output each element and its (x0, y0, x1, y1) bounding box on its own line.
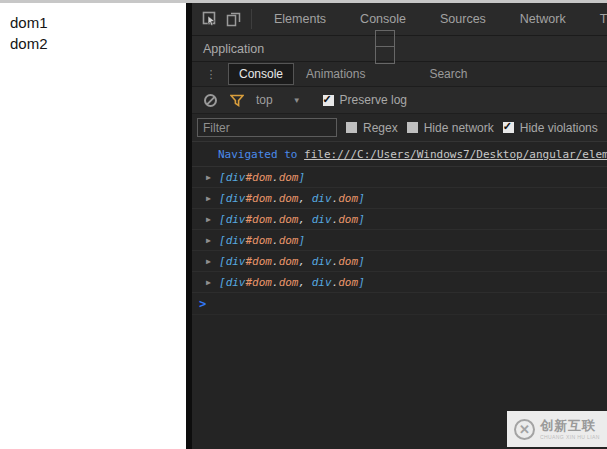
prompt-chevron-icon: > (199, 297, 206, 311)
browser-page: dom1 dom2 (0, 3, 186, 449)
toolbar-separator (251, 9, 252, 29)
screen: dom1 dom2 Elements Console Sources Netwo… (0, 0, 607, 449)
page-text-dom2: dom2 (10, 33, 186, 54)
navigated-to-text: Navigated to (218, 148, 297, 161)
page-text-dom1: dom1 (10, 12, 186, 33)
console-filter-bar: Regex Hide network Hide violations (192, 114, 607, 142)
hide-violations-label[interactable]: Hide violations (520, 121, 598, 135)
tab-application[interactable]: Application (203, 42, 264, 56)
tab-console[interactable]: Console (343, 12, 423, 26)
console-entry-text: [div#dom.dom, div.dom] (219, 255, 365, 268)
console-entry-text: [div#dom.dom, div.dom] (219, 192, 365, 205)
watermark: ✕ 创新互联 CHUANG XIN HU LIAN (507, 411, 607, 447)
console-entry[interactable]: ▶[div#dom.dom, div.dom] (192, 272, 607, 293)
expand-triangle-icon[interactable]: ▶ (206, 278, 219, 287)
console-entry[interactable]: ▶[div#dom.dom, div.dom] (192, 209, 607, 230)
console-toolbar: top ▼ Preserve log (192, 87, 607, 114)
device-toolbar-icon[interactable] (222, 7, 246, 31)
console-prompt-row[interactable]: > (192, 293, 607, 315)
expand-triangle-icon[interactable]: ▶ (206, 257, 219, 266)
console-entry-text: [div#dom.dom, div.dom] (219, 276, 365, 289)
console-entry-text: [div#dom.dom] (219, 234, 305, 247)
hide-network-label[interactable]: Hide network (424, 121, 494, 135)
drawer-tab-search[interactable]: Search (417, 63, 479, 85)
regex-checkbox[interactable] (346, 122, 357, 133)
tab-network[interactable]: Network (503, 12, 583, 26)
navigation-message: Navigated to file:///C:/Users/Windows7/D… (192, 142, 607, 167)
watermark-text: 创新互联 (540, 417, 607, 435)
console-messages: Navigated to file:///C:/Users/Windows7/D… (192, 142, 607, 315)
expand-triangle-icon[interactable]: ▶ (206, 215, 219, 224)
watermark-subtext: CHUANG XIN HU LIAN (540, 435, 600, 440)
scrollbar-cell (376, 31, 394, 47)
navigated-file-link[interactable]: file:///C:/Users/Windows7/Desktop/angula… (304, 148, 607, 161)
tab-sources[interactable]: Sources (423, 12, 503, 26)
console-entry-text: [div#dom.dom] (219, 171, 305, 184)
preserve-log-label[interactable]: Preserve log (340, 93, 407, 107)
execution-context-selector[interactable]: top (256, 93, 273, 107)
console-entry[interactable]: ▶[div#dom.dom] (192, 167, 607, 188)
inspect-element-icon[interactable] (198, 7, 222, 31)
hide-network-checkbox[interactable] (407, 122, 418, 133)
watermark-logo-icon: ✕ (514, 419, 535, 440)
drawer-tab-animations[interactable]: Animations (294, 63, 377, 85)
chevron-down-icon[interactable]: ▼ (293, 96, 301, 105)
regex-label[interactable]: Regex (363, 121, 398, 135)
tabstrip-scrollbar[interactable] (375, 30, 395, 64)
console-entry[interactable]: ▶[div#dom.dom, div.dom] (192, 251, 607, 272)
filter-input[interactable] (197, 118, 337, 137)
drawer-tab-console[interactable]: Console (228, 63, 294, 85)
hide-violations-checkbox[interactable] (503, 122, 514, 133)
tab-timeline[interactable]: Timeline (583, 12, 607, 26)
devtools-panel: Elements Console Sources Network Timelin… (186, 3, 607, 449)
console-entry[interactable]: ▶[div#dom.dom, div.dom] (192, 188, 607, 209)
expand-triangle-icon[interactable]: ▶ (206, 194, 219, 203)
devtools-main-tabbar: Elements Console Sources Network Timelin… (192, 3, 607, 36)
more-options-icon[interactable]: ⋮ (200, 72, 222, 76)
console-entry[interactable]: ▶[div#dom.dom] (192, 230, 607, 251)
console-entry-text: [div#dom.dom, div.dom] (219, 213, 365, 226)
expand-triangle-icon[interactable]: ▶ (206, 173, 219, 182)
drawer-tabbar: ⋮ Console Animations Search (192, 62, 607, 87)
console-entries: ▶[div#dom.dom]▶[div#dom.dom, div.dom]▶[d… (192, 167, 607, 293)
clear-console-icon[interactable] (204, 94, 217, 107)
window-top-edge (0, 0, 607, 3)
tab-elements[interactable]: Elements (257, 12, 343, 26)
filter-funnel-icon[interactable] (230, 94, 244, 107)
preserve-log-checkbox[interactable] (323, 95, 334, 106)
panel-tab-row: Application (192, 36, 607, 62)
expand-triangle-icon[interactable]: ▶ (206, 236, 219, 245)
